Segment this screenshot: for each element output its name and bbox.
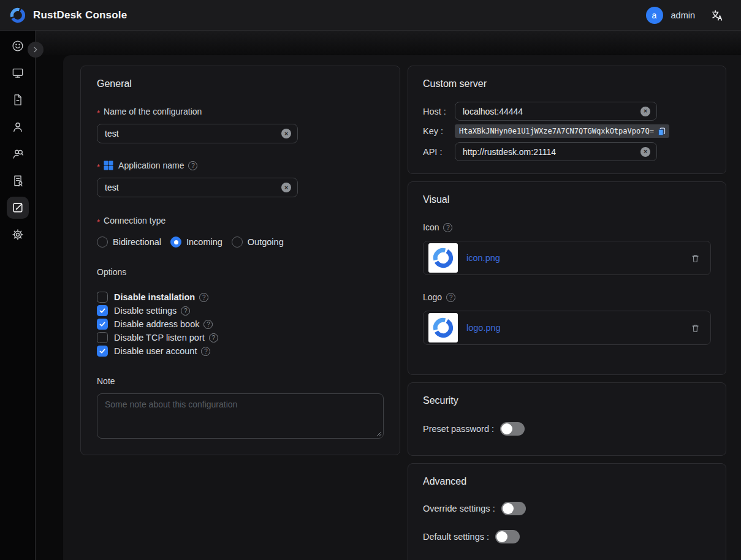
option-disable-address-book: Disable address book — [97, 317, 384, 331]
main-content: General Name of the configuration Applic… — [63, 55, 741, 560]
name-input[interactable] — [97, 129, 281, 138]
key-value-box: HtaXBkJNHyn0e1U1jWXze7A7CN7QTGWqxkOtpaVp… — [455, 124, 669, 138]
sidebar — [0, 31, 36, 560]
radio-incoming[interactable]: Incoming — [170, 236, 222, 248]
option-label: Disable TCP listen port — [114, 333, 205, 342]
icon-thumbnail — [428, 243, 458, 273]
security-title: Security — [423, 395, 711, 407]
sidebar-item-users[interactable] — [7, 116, 29, 138]
option-disable-user-account: Disable user account — [97, 344, 384, 358]
sidebar-item-custom-client[interactable] — [7, 197, 29, 219]
sidebar-item-dashboard[interactable] — [7, 35, 29, 57]
rustdesk-logo-icon — [9, 6, 27, 25]
radio-outgoing[interactable]: Outgoing — [232, 236, 284, 248]
option-label: Disable installation — [114, 292, 195, 302]
host-input[interactable] — [455, 107, 640, 116]
edit-icon — [11, 201, 25, 214]
key-value: HtaXBkJNHyn0e1U1jWXze7A7CN7QTGWqxkOtpaVp… — [459, 127, 654, 135]
help-icon[interactable] — [188, 161, 197, 170]
logo-file-row: logo.png — [423, 311, 711, 345]
copy-icon[interactable] — [657, 127, 666, 136]
security-card: Security Preset password : — [408, 382, 726, 456]
host-row: Host : — [423, 102, 711, 121]
visual-title: Visual — [423, 194, 711, 206]
option-label: Disable user account — [114, 346, 197, 356]
sidebar-collapse-button[interactable] — [28, 42, 44, 58]
help-icon[interactable] — [181, 306, 190, 316]
trash-icon[interactable] — [690, 253, 701, 263]
monitor-icon — [11, 66, 25, 80]
icon-label: Icon — [423, 222, 439, 232]
checkbox-disable-installation[interactable] — [97, 292, 108, 303]
options-label: Options — [97, 266, 384, 278]
override-settings-row: Override settings : — [423, 501, 711, 516]
radio-button[interactable] — [97, 236, 108, 248]
help-icon[interactable] — [199, 293, 208, 302]
document-icon — [11, 93, 25, 107]
api-input-wrapper — [455, 142, 657, 161]
gear-icon — [11, 228, 25, 241]
logo-file-link[interactable]: logo.png — [466, 323, 501, 333]
user-search-icon — [11, 147, 25, 161]
advanced-title: Advanced — [423, 476, 711, 488]
chevron-right-icon — [31, 45, 40, 54]
right-column: Custom server Host : Key : HtaXBkJNHyn0e… — [408, 66, 726, 560]
app-title: RustDesk Console — [33, 9, 127, 21]
advanced-card: Advanced Override settings : Default set… — [408, 463, 726, 560]
default-settings-toggle[interactable] — [495, 530, 520, 543]
help-icon[interactable] — [446, 293, 455, 302]
radio-button[interactable] — [232, 236, 243, 248]
help-icon[interactable] — [209, 333, 218, 342]
note-wrapper — [97, 393, 384, 441]
api-row: API : — [423, 142, 711, 161]
clear-icon[interactable] — [281, 129, 291, 138]
preset-password-row: Preset password : — [423, 421, 711, 437]
icon-label-row: Icon — [423, 221, 711, 233]
help-icon[interactable] — [203, 320, 213, 329]
preset-password-toggle[interactable] — [500, 422, 525, 436]
icon-file-row: icon.png — [423, 241, 711, 275]
note-textarea[interactable] — [97, 393, 384, 439]
sidebar-item-devices[interactable] — [7, 62, 29, 84]
logo-label-row: Logo — [423, 291, 711, 303]
sidebar-item-settings[interactable] — [7, 224, 29, 246]
host-label: Host : — [423, 107, 455, 116]
clear-icon[interactable] — [281, 183, 291, 192]
custom-server-card: Custom server Host : Key : HtaXBkJNHyn0e… — [408, 66, 726, 174]
checkbox-disable-address-book[interactable] — [97, 319, 108, 330]
clear-icon[interactable] — [640, 107, 650, 116]
name-of-configuration-label: Name of the configuration — [97, 105, 384, 118]
app-name-input-wrapper — [97, 178, 298, 197]
header-sub-band — [36, 31, 741, 55]
sidebar-item-audit[interactable] — [7, 170, 29, 192]
radio-button[interactable] — [170, 236, 181, 248]
help-icon[interactable] — [443, 223, 452, 232]
visual-card: Visual Icon icon.png — [408, 181, 726, 375]
clear-icon[interactable] — [640, 147, 650, 157]
checkbox-disable-settings[interactable] — [97, 305, 108, 316]
note-label: Note — [97, 375, 384, 387]
username[interactable]: admin — [671, 10, 696, 20]
radio-bidirectional[interactable]: Bidirectional — [97, 236, 161, 248]
sidebar-item-sessions[interactable] — [7, 89, 29, 111]
connection-type-label: Connection type — [97, 214, 384, 227]
help-icon[interactable] — [201, 347, 210, 356]
option-disable-settings: Disable settings — [97, 304, 384, 317]
app-name-input[interactable] — [97, 183, 281, 192]
icon-file-link[interactable]: icon.png — [466, 253, 500, 263]
preset-password-label: Preset password : — [423, 424, 494, 434]
sidebar-item-groups[interactable] — [7, 143, 29, 165]
api-label: API : — [423, 147, 455, 157]
general-title: General — [97, 78, 384, 91]
override-settings-toggle[interactable] — [501, 502, 526, 515]
checkbox-disable-user-account[interactable] — [97, 346, 108, 357]
windows-icon — [104, 161, 113, 170]
name-input-wrapper — [97, 124, 298, 143]
application-name-label: Application name — [118, 161, 184, 170]
api-input[interactable] — [455, 147, 640, 157]
key-label: Key : — [423, 126, 455, 136]
translate-icon[interactable] — [710, 9, 724, 22]
trash-icon[interactable] — [690, 323, 701, 333]
avatar[interactable]: a — [646, 7, 663, 24]
checkbox-disable-tcp-listen-port[interactable] — [97, 332, 108, 343]
